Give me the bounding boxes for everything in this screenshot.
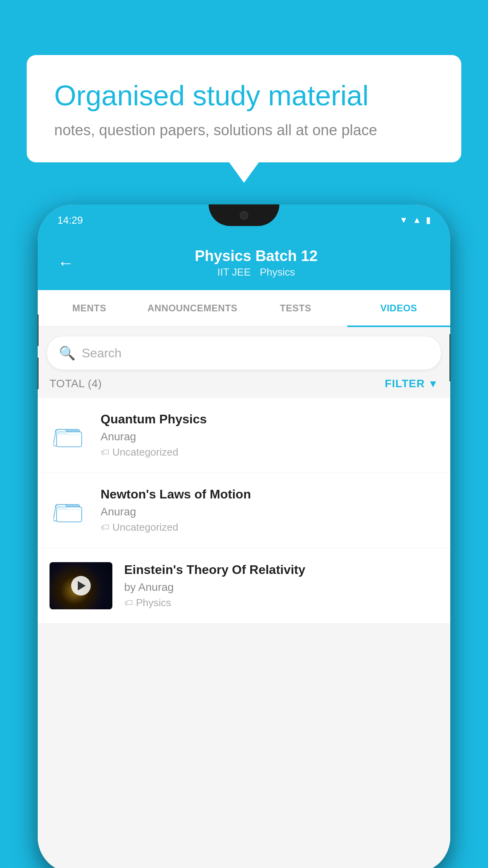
video-tag: 🏷 Uncategorized <box>101 521 438 533</box>
speech-bubble-subtitle: notes, question papers, solutions all at… <box>54 122 434 139</box>
video-info: Quantum Physics Anurag 🏷 Uncategorized <box>101 412 438 458</box>
play-button[interactable] <box>71 576 91 596</box>
phone-volume-down-button <box>38 358 39 389</box>
video-list: Quantum Physics Anurag 🏷 Uncategorized <box>38 398 450 624</box>
app-header: ← Physics Batch 12 IIT JEE Physics <box>38 236 450 290</box>
tab-ments[interactable]: MENTS <box>38 290 141 326</box>
video-title: Quantum Physics <box>101 412 438 427</box>
search-placeholder: Search <box>82 346 121 360</box>
folder-icon <box>50 416 89 455</box>
batch-title: Physics Batch 12 <box>82 248 431 265</box>
list-item[interactable]: Quantum Physics Anurag 🏷 Uncategorized <box>38 398 450 473</box>
content-area: 🔍 Search TOTAL (4) FILTER ▼ <box>38 327 450 868</box>
filter-button[interactable]: FILTER ▼ <box>385 377 438 390</box>
phone-frame: 14:29 ▼ ▲ ▮ ← Physics Batch 12 IIT JEE P… <box>38 204 450 868</box>
filter-bar: TOTAL (4) FILTER ▼ <box>38 370 450 398</box>
tab-videos[interactable]: VIDEOS <box>347 290 451 326</box>
battery-icon: ▮ <box>426 215 431 225</box>
tab-announcements[interactable]: ANNOUNCEMENTS <box>141 290 244 326</box>
video-thumbnail <box>50 562 112 609</box>
batch-category: IIT JEE <box>217 266 251 278</box>
speech-bubble: Organised study material notes, question… <box>27 55 461 162</box>
speech-bubble-container: Organised study material notes, question… <box>27 55 461 162</box>
speech-bubble-title: Organised study material <box>54 79 434 112</box>
video-info: Newton's Laws of Motion Anurag 🏷 Uncateg… <box>101 487 438 533</box>
status-icons: ▼ ▲ ▮ <box>399 215 431 225</box>
search-bar[interactable]: 🔍 Search <box>47 337 441 370</box>
tab-bar: MENTS ANNOUNCEMENTS TESTS VIDEOS <box>38 290 450 327</box>
video-author: Anurag <box>101 430 438 443</box>
list-item[interactable]: Newton's Laws of Motion Anurag 🏷 Uncateg… <box>38 473 450 548</box>
batch-subject: Physics <box>260 266 295 278</box>
total-count: TOTAL (4) <box>50 377 102 390</box>
wifi-icon: ▼ <box>399 215 408 225</box>
play-icon <box>78 581 86 590</box>
batch-subtitle: IIT JEE Physics <box>82 266 431 278</box>
status-time: 14:29 <box>57 214 83 226</box>
video-author: by Anurag <box>124 581 438 594</box>
video-title: Einstein's Theory Of Relativity <box>124 563 438 577</box>
folder-icon <box>50 491 89 530</box>
phone-notch <box>209 204 279 226</box>
tag-icon: 🏷 <box>124 598 133 608</box>
signal-icon: ▲ <box>413 215 421 225</box>
header-title-area: Physics Batch 12 IIT JEE Physics <box>82 248 431 278</box>
tab-tests[interactable]: TESTS <box>244 290 347 326</box>
phone-screen: 14:29 ▼ ▲ ▮ ← Physics Batch 12 IIT JEE P… <box>38 204 450 868</box>
video-title: Newton's Laws of Motion <box>101 487 438 502</box>
video-info: Einstein's Theory Of Relativity by Anura… <box>124 563 438 609</box>
tag-icon: 🏷 <box>101 522 109 533</box>
list-item[interactable]: Einstein's Theory Of Relativity by Anura… <box>38 548 450 624</box>
front-camera <box>240 211 248 220</box>
phone-power-button <box>449 334 450 381</box>
search-icon: 🔍 <box>59 345 75 361</box>
status-bar: 14:29 ▼ ▲ ▮ <box>38 204 450 236</box>
filter-icon: ▼ <box>428 378 438 390</box>
video-tag: 🏷 Uncategorized <box>101 446 438 458</box>
video-author: Anurag <box>101 506 438 518</box>
back-button[interactable]: ← <box>57 254 74 272</box>
tag-icon: 🏷 <box>101 447 109 458</box>
video-tag: 🏷 Physics <box>124 597 438 609</box>
